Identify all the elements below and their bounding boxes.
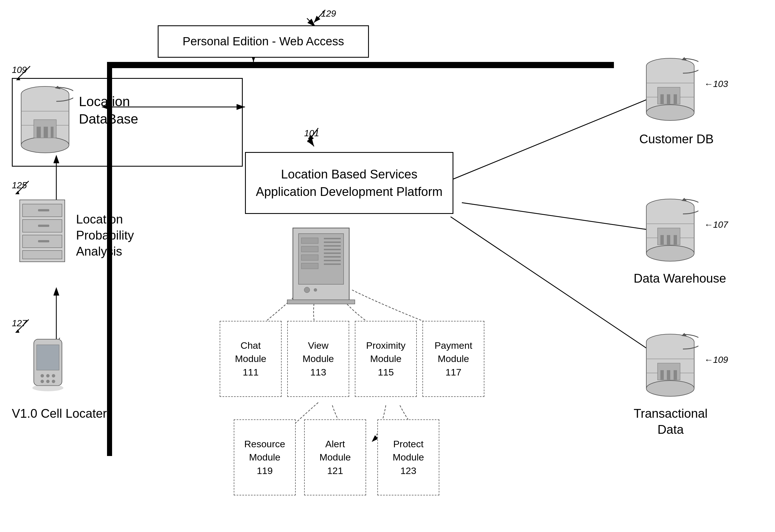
svg-line-13 bbox=[314, 10, 325, 23]
svg-rect-69 bbox=[287, 300, 355, 304]
transactional-data-icon bbox=[642, 332, 698, 403]
svg-point-84 bbox=[646, 245, 694, 261]
svg-point-48 bbox=[52, 380, 55, 383]
svg-rect-56 bbox=[301, 246, 318, 252]
svg-point-43 bbox=[41, 374, 44, 377]
svg-point-96 bbox=[646, 381, 694, 396]
svg-rect-28 bbox=[51, 127, 53, 138]
svg-rect-38 bbox=[38, 240, 49, 242]
svg-point-47 bbox=[46, 380, 50, 383]
alert-module-box: AlertModule121 bbox=[304, 419, 366, 495]
payment-module-label: PaymentModule117 bbox=[435, 339, 472, 379]
svg-line-52 bbox=[308, 128, 318, 142]
svg-rect-37 bbox=[38, 225, 49, 227]
protect-module-box: ProtectModule123 bbox=[377, 419, 439, 495]
ref-103: ←103 bbox=[704, 79, 728, 89]
svg-point-46 bbox=[41, 380, 44, 383]
alert-module-label: AlertModule121 bbox=[319, 437, 351, 478]
customer-db-icon bbox=[642, 56, 698, 127]
data-warehouse-icon bbox=[642, 197, 698, 267]
ref-107: ←107 bbox=[704, 220, 728, 230]
svg-rect-64 bbox=[324, 256, 341, 258]
svg-rect-65 bbox=[324, 260, 341, 261]
svg-rect-91 bbox=[660, 235, 664, 245]
payment-module-box: PaymentModule117 bbox=[423, 321, 484, 397]
svg-line-8 bbox=[462, 203, 656, 231]
svg-rect-61 bbox=[324, 245, 341, 247]
svg-point-45 bbox=[52, 374, 55, 377]
personal-edition-box: Personal Edition - Web Access bbox=[158, 25, 369, 58]
svg-point-19 bbox=[21, 137, 69, 153]
svg-rect-62 bbox=[324, 249, 341, 250]
proximity-module-box: ProximityModule115 bbox=[355, 321, 417, 397]
svg-point-68 bbox=[314, 288, 317, 292]
svg-rect-59 bbox=[324, 238, 341, 239]
view-module-box: ViewModule113 bbox=[287, 321, 349, 397]
svg-point-67 bbox=[304, 287, 310, 293]
svg-rect-104 bbox=[667, 370, 670, 380]
svg-rect-63 bbox=[324, 252, 341, 254]
svg-rect-93 bbox=[674, 235, 677, 245]
resource-module-label: ResourceModule119 bbox=[244, 437, 285, 478]
svg-rect-27 bbox=[44, 127, 48, 138]
chat-module-label: ChatModule111 bbox=[235, 339, 266, 379]
server-tower-icon bbox=[284, 225, 363, 310]
svg-rect-105 bbox=[674, 370, 677, 380]
svg-rect-81 bbox=[674, 94, 677, 104]
svg-rect-79 bbox=[660, 94, 664, 104]
cell-locater-label: V1.0 Cell Locater bbox=[12, 405, 107, 421]
filing-cabinet-icon bbox=[17, 197, 70, 267]
lbs-platform-box: Location Based ServicesApplication Devel… bbox=[245, 152, 454, 214]
svg-rect-42 bbox=[37, 345, 59, 370]
svg-line-29 bbox=[17, 181, 29, 193]
chat-module-box: ChatModule111 bbox=[220, 321, 281, 397]
svg-rect-2 bbox=[107, 62, 614, 68]
data-warehouse-label: Data Warehouse bbox=[634, 270, 726, 286]
svg-point-44 bbox=[46, 374, 50, 377]
svg-rect-66 bbox=[324, 263, 341, 265]
svg-rect-60 bbox=[324, 242, 341, 243]
location-probability-label: LocationProbabilityAnalysis bbox=[76, 211, 134, 260]
svg-rect-80 bbox=[667, 94, 670, 104]
lbs-platform-label: Location Based ServicesApplication Devel… bbox=[256, 166, 443, 200]
svg-rect-35 bbox=[23, 251, 62, 259]
svg-rect-58 bbox=[301, 263, 318, 269]
location-database-label: LocationDataBase bbox=[79, 93, 138, 128]
protect-module-label: ProtectModule123 bbox=[393, 437, 424, 478]
personal-edition-label: Personal Edition - Web Access bbox=[182, 33, 344, 50]
svg-point-72 bbox=[646, 105, 694, 120]
svg-line-49 bbox=[59, 338, 62, 339]
svg-rect-92 bbox=[667, 235, 670, 245]
location-db-icon bbox=[17, 83, 73, 156]
resource-module-box: ResourceModule119 bbox=[234, 419, 296, 495]
ref-109-trans: ←109 bbox=[704, 355, 728, 365]
view-module-label: ViewModule113 bbox=[302, 339, 334, 379]
svg-rect-26 bbox=[37, 127, 41, 138]
svg-line-15 bbox=[17, 66, 30, 79]
customer-db-label: Customer DB bbox=[639, 131, 714, 147]
svg-rect-103 bbox=[660, 370, 664, 380]
proximity-module-label: ProximityModule115 bbox=[366, 339, 406, 379]
svg-rect-36 bbox=[38, 209, 49, 211]
svg-rect-55 bbox=[301, 238, 318, 243]
svg-rect-57 bbox=[301, 255, 318, 260]
cell-phone-icon bbox=[25, 338, 70, 394]
transactional-data-label: TransactionalData bbox=[634, 405, 708, 437]
svg-line-7 bbox=[451, 96, 656, 180]
svg-line-39 bbox=[17, 319, 29, 332]
svg-point-50 bbox=[32, 385, 63, 391]
